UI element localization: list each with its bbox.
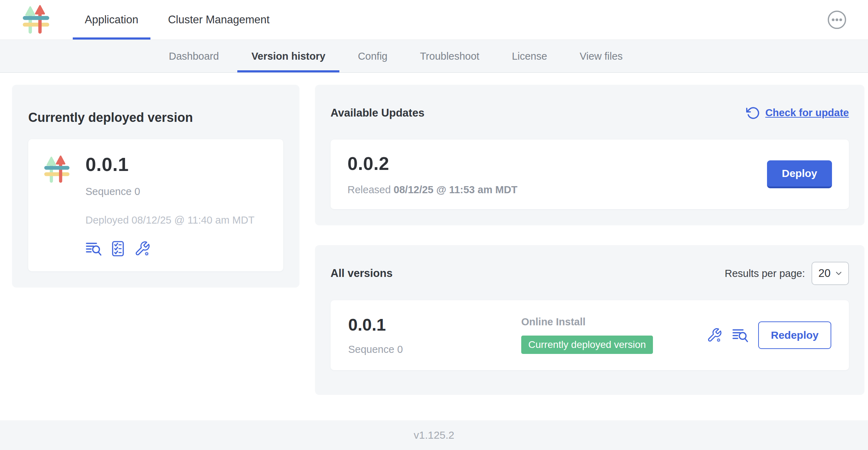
preflight-checks-button[interactable] (110, 240, 126, 257)
check-for-update-label: Check for update (765, 107, 849, 119)
update-version-number: 0.0.2 (347, 153, 517, 174)
log-lines-magnifier-icon (732, 339, 748, 344)
deployed-version-panel: 0.0.1 Sequence 0 Deployed 08/12/25 @ 11:… (28, 139, 283, 271)
available-updates-title: Available Updates (331, 107, 424, 119)
released-label: Released (347, 184, 391, 195)
subnav-tab-license[interactable]: License (495, 40, 563, 72)
update-released-timestamp: Released 08/12/25 @ 11:53 am MDT (347, 184, 517, 196)
edit-config-button[interactable] (134, 241, 150, 257)
main-content: Currently deployed version 0.0.1 Sequenc… (0, 73, 868, 420)
update-row: 0.0.2 Released 08/12/25 @ 11:53 am MDT D… (331, 140, 849, 209)
results-per-page-label: Results per page: (725, 268, 805, 279)
log-lines-magnifier-icon (85, 252, 102, 257)
check-for-update-link[interactable]: Check for update (746, 106, 849, 120)
app-logo[interactable] (20, 0, 52, 40)
all-versions-title: All versions (331, 267, 393, 280)
subnav-tab-troubleshoot[interactable]: Troubleshoot (404, 40, 495, 72)
wrench-gear-icon (707, 339, 722, 344)
subnav-tab-config[interactable]: Config (341, 40, 404, 72)
available-updates-card: Available Updates Check for update 0.0.2 (315, 85, 864, 225)
row-view-logs-button[interactable] (732, 327, 748, 343)
row-install-type: Online Install (521, 316, 707, 328)
subnav-tab-version-history[interactable]: Version history (235, 40, 342, 72)
refresh-ccw-icon (746, 106, 760, 120)
top-nav: Application Cluster Management (0, 0, 868, 40)
checklist-icon (110, 253, 126, 258)
ellipsis-icon (827, 25, 847, 31)
deployed-version-number: 0.0.1 (85, 153, 255, 175)
subnav-tab-dashboard[interactable]: Dashboard (153, 40, 235, 72)
app-sub-nav: Dashboard Version history Config Trouble… (0, 40, 868, 73)
deployed-sequence: Sequence 0 (85, 186, 255, 197)
all-versions-card: All versions Results per page: 20 (315, 245, 864, 395)
deployed-timestamp: Deployed 08/12/25 @ 11:40 am MDT (85, 214, 255, 226)
console-version: v1.125.2 (414, 429, 454, 441)
deploy-button[interactable]: Deploy (767, 160, 832, 188)
row-edit-config-button[interactable] (707, 327, 722, 343)
app-logo-arrows-icon (20, 5, 52, 35)
tab-application[interactable]: Application (70, 0, 153, 40)
released-date: 08/12/25 @ 11:53 am MDT (394, 184, 518, 195)
chevron-down-icon (834, 269, 843, 278)
version-row: 0.0.1 Sequence 0 Online Install Currentl… (331, 300, 849, 370)
view-logs-button[interactable] (85, 241, 102, 256)
app-logo-arrows-icon (42, 152, 71, 257)
row-version-number: 0.0.1 (348, 315, 521, 334)
page-footer: v1.125.2 (0, 420, 868, 450)
tab-cluster-management[interactable]: Cluster Management (153, 0, 285, 40)
results-per-page-select[interactable]: 20 (811, 262, 849, 285)
currently-deployed-card: Currently deployed version 0.0.1 Sequenc… (12, 85, 299, 288)
currently-deployed-title: Currently deployed version (28, 110, 283, 125)
currently-deployed-badge: Currently deployed version (521, 336, 653, 354)
redeploy-button[interactable]: Redeploy (758, 321, 831, 349)
subnav-tab-view-files[interactable]: View files (563, 40, 639, 72)
results-per-page-value: 20 (819, 267, 831, 280)
wrench-gear-icon (134, 253, 150, 258)
top-nav-tabs: Application Cluster Management (70, 0, 284, 40)
more-menu-button[interactable] (827, 10, 847, 30)
row-sequence: Sequence 0 (348, 344, 521, 355)
